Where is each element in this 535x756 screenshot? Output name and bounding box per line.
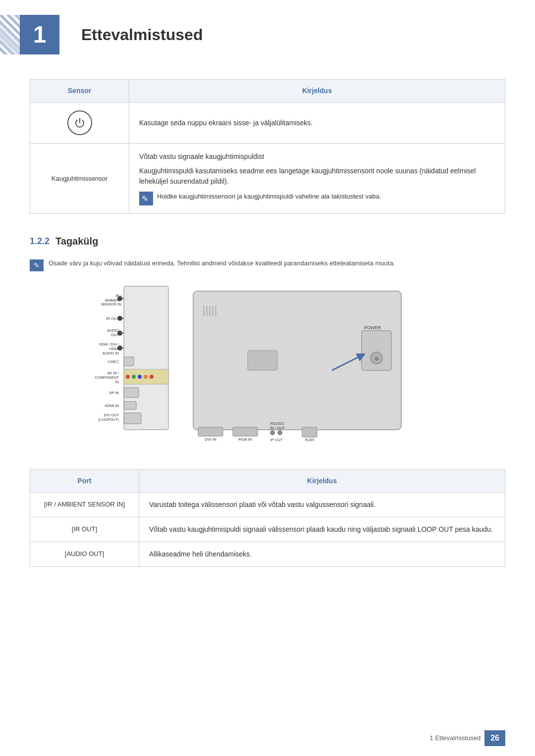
diagram-container: IR / AMBIENT SENSOR IN IR OUT AUDIO OUT … bbox=[30, 281, 505, 454]
svg-rect-43 bbox=[362, 331, 391, 370]
chapter-number: 1 bbox=[33, 17, 47, 52]
svg-text:AUDIO: AUDIO bbox=[107, 328, 119, 333]
svg-rect-38 bbox=[206, 306, 208, 316]
svg-text:(LOOPOUT): (LOOPOUT) bbox=[98, 417, 119, 422]
port-audio-out-desc: Allikaseadme heli ühendamiseks. bbox=[139, 542, 505, 567]
description-col-header: Kirjeldus bbox=[129, 80, 505, 102]
port-table: Port Kirjeldus [IR / AMBIENT SENSOR IN] … bbox=[30, 469, 505, 567]
svg-rect-51 bbox=[233, 427, 258, 436]
svg-text:DVI OUT: DVI OUT bbox=[104, 413, 119, 417]
table-row: Kasutage seda nuppu ekraani sisse- ja vä… bbox=[30, 102, 505, 144]
svg-rect-49 bbox=[198, 427, 223, 436]
svg-text:HDMI IN: HDMI IN bbox=[105, 403, 119, 408]
svg-text:RGB IN: RGB IN bbox=[238, 437, 252, 442]
svg-rect-42 bbox=[248, 351, 277, 370]
remote-sensor-description: Võtab vastu signaale kaugjuhtimispuldist… bbox=[129, 144, 505, 214]
port-ir-ambient-desc: Varustab toitega välissensori plaati või… bbox=[139, 493, 505, 517]
svg-rect-40 bbox=[212, 306, 214, 316]
svg-point-24 bbox=[144, 375, 148, 379]
note-icon bbox=[139, 192, 153, 205]
port-ir-out: [IR OUT] bbox=[30, 517, 139, 542]
power-button-icon bbox=[67, 110, 92, 135]
back-panel-diagram: IR / AMBIENT SENSOR IN IR OUT AUDIO OUT … bbox=[94, 281, 441, 454]
svg-point-56 bbox=[270, 430, 275, 435]
port-audio-out: [AUDIO OUT] bbox=[30, 542, 139, 567]
note-text: Hoidke kaugjuhtimissensori ja kaugjuhtim… bbox=[157, 192, 381, 202]
svg-rect-31 bbox=[124, 402, 136, 409]
svg-text:AUDIO IN: AUDIO IN bbox=[103, 351, 119, 355]
note-block-icon: ✎ bbox=[30, 259, 44, 271]
svg-rect-41 bbox=[215, 306, 216, 316]
svg-text:IN / OUT: IN / OUT bbox=[270, 426, 285, 430]
port-col-header: Port bbox=[30, 470, 139, 493]
page-footer: 1 Ettevalmistused 26 bbox=[430, 730, 505, 746]
svg-text:DVI IN: DVI IN bbox=[205, 437, 216, 442]
footer-chapter-label: 1 Ettevalmistused bbox=[430, 733, 481, 743]
table-row: [IR / AMBIENT SENSOR IN] Varustab toiteg… bbox=[30, 493, 505, 517]
power-description: Kasutage seda nuppu ekraani sisse- ja vä… bbox=[129, 102, 505, 144]
svg-text:USB⬡: USB⬡ bbox=[108, 359, 119, 364]
port-ir-out-desc: Võtab vastu kaugjuhtimispuldi signaali v… bbox=[139, 517, 505, 542]
svg-rect-33 bbox=[124, 413, 141, 424]
section-heading: 1.2.2 Tagakülg bbox=[30, 234, 505, 249]
svg-point-21 bbox=[126, 375, 130, 379]
svg-text:IP CuT: IP CuT bbox=[270, 438, 283, 442]
svg-text:OUT: OUT bbox=[111, 333, 119, 337]
svg-text:⏻: ⏻ bbox=[374, 356, 379, 361]
port-description-col-header: Kirjeldus bbox=[139, 470, 505, 493]
table-row: Kaugjuhtimissensor Võtab vastu signaale … bbox=[30, 144, 505, 214]
svg-text:AV IN /: AV IN / bbox=[107, 371, 119, 375]
chapter-number-box: 1 bbox=[20, 15, 59, 54]
svg-text:POWER: POWER bbox=[364, 325, 381, 330]
svg-text:IR OUT: IR OUT bbox=[107, 316, 119, 321]
svg-text:RS232C: RS232C bbox=[270, 421, 285, 426]
section-title: Tagakülg bbox=[55, 234, 98, 249]
svg-point-57 bbox=[277, 430, 282, 435]
svg-text:RJ45: RJ45 bbox=[305, 438, 315, 442]
power-button-cell bbox=[30, 102, 129, 144]
svg-point-23 bbox=[138, 375, 142, 379]
svg-point-25 bbox=[150, 375, 154, 379]
section-number: 1.2.2 bbox=[30, 235, 50, 248]
sensor-col-header: Sensor bbox=[30, 80, 129, 102]
svg-rect-29 bbox=[124, 388, 139, 398]
svg-text:HDMI: HDMI bbox=[109, 347, 119, 351]
svg-text:COMPONENT: COMPONENT bbox=[95, 375, 119, 380]
remote-sensor-label: Kaugjuhtimissensor bbox=[30, 144, 129, 214]
note-block: ✎ Osade värv ja kuju võivad näidatust er… bbox=[30, 258, 505, 271]
svg-text:IR /: IR / bbox=[115, 294, 122, 298]
svg-text:SENSOR IN: SENSOR IN bbox=[101, 302, 121, 306]
svg-point-22 bbox=[132, 375, 136, 379]
svg-rect-18 bbox=[124, 357, 134, 366]
port-ir-ambient: [IR / AMBIENT SENSOR IN] bbox=[30, 493, 139, 517]
sensor-table: Sensor Kirjeldus Kasutage seda nuppu ekr… bbox=[30, 79, 505, 214]
svg-text:IN: IN bbox=[115, 380, 119, 384]
footer-page-number: 26 bbox=[484, 730, 505, 746]
note-block-text: Osade värv ja kuju võivad näidatust erin… bbox=[49, 258, 395, 269]
chapter-title: Ettevalmistused bbox=[81, 23, 203, 47]
page-header: 1 Ettevalmistused bbox=[0, 0, 535, 64]
table-row: [AUDIO OUT] Allikaseadme heli ühendamise… bbox=[30, 542, 505, 567]
svg-rect-37 bbox=[203, 306, 205, 316]
svg-text:DP IN: DP IN bbox=[109, 391, 119, 395]
svg-rect-58 bbox=[302, 427, 317, 437]
table-row: [IR OUT] Võtab vastu kaugjuhtimispuldi s… bbox=[30, 517, 505, 542]
svg-rect-39 bbox=[209, 306, 211, 316]
svg-text:RGB / DVI /: RGB / DVI / bbox=[100, 342, 119, 347]
